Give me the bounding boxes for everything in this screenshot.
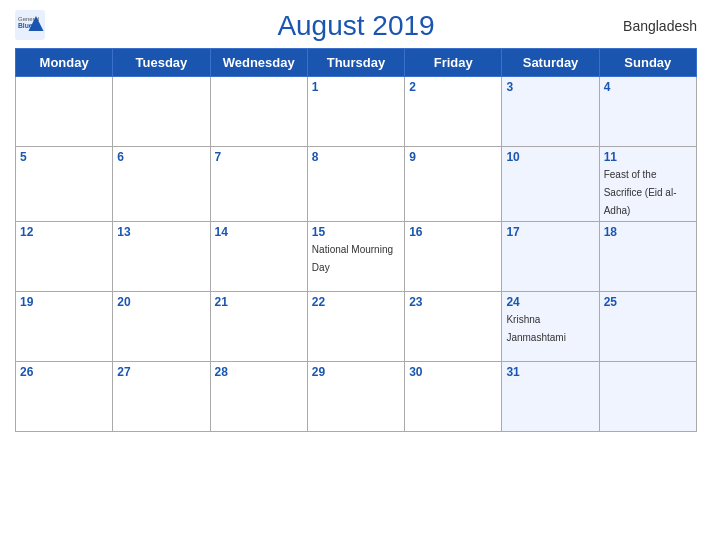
day-number: 1 — [312, 80, 400, 94]
table-row: 22 — [307, 292, 404, 362]
day-number: 18 — [604, 225, 692, 239]
header-tuesday: Tuesday — [113, 49, 210, 77]
table-row: 12 — [16, 222, 113, 292]
table-row: 29 — [307, 362, 404, 432]
calendar-week-row: 1234 — [16, 77, 697, 147]
day-number: 19 — [20, 295, 108, 309]
table-row: 1 — [307, 77, 404, 147]
event-label: Krishna Janmashtami — [506, 314, 565, 343]
day-number: 12 — [20, 225, 108, 239]
day-number: 2 — [409, 80, 497, 94]
header-thursday: Thursday — [307, 49, 404, 77]
day-number: 13 — [117, 225, 205, 239]
table-row: 2 — [405, 77, 502, 147]
day-number: 21 — [215, 295, 303, 309]
calendar-week-row: 192021222324Krishna Janmashtami25 — [16, 292, 697, 362]
table-row: 17 — [502, 222, 599, 292]
country-label: Bangladesh — [623, 18, 697, 34]
day-number: 14 — [215, 225, 303, 239]
table-row: 21 — [210, 292, 307, 362]
header-monday: Monday — [16, 49, 113, 77]
table-row: 27 — [113, 362, 210, 432]
event-label: National Mourning Day — [312, 244, 393, 273]
table-row: 23 — [405, 292, 502, 362]
day-number: 22 — [312, 295, 400, 309]
table-row: 10 — [502, 147, 599, 222]
day-number: 15 — [312, 225, 400, 239]
weekday-header-row: Monday Tuesday Wednesday Thursday Friday… — [16, 49, 697, 77]
table-row: 9 — [405, 147, 502, 222]
table-row: 8 — [307, 147, 404, 222]
calendar-header: General Blue August 2019 Bangladesh — [15, 10, 697, 42]
table-row: 6 — [113, 147, 210, 222]
table-row: 26 — [16, 362, 113, 432]
table-row: 18 — [599, 222, 696, 292]
table-row — [16, 77, 113, 147]
table-row: 20 — [113, 292, 210, 362]
day-number: 6 — [117, 150, 205, 164]
calendar-table: Monday Tuesday Wednesday Thursday Friday… — [15, 48, 697, 432]
day-number: 16 — [409, 225, 497, 239]
calendar-wrapper: General Blue August 2019 Bangladesh Mond… — [0, 0, 712, 550]
day-number: 11 — [604, 150, 692, 164]
event-label: Feast of the Sacrifice (Eid al-Adha) — [604, 169, 677, 216]
table-row: 13 — [113, 222, 210, 292]
day-number: 24 — [506, 295, 594, 309]
table-row: 31 — [502, 362, 599, 432]
day-number: 17 — [506, 225, 594, 239]
day-number: 3 — [506, 80, 594, 94]
table-row — [113, 77, 210, 147]
day-number: 10 — [506, 150, 594, 164]
calendar-week-row: 262728293031 — [16, 362, 697, 432]
header-sunday: Sunday — [599, 49, 696, 77]
table-row: 24Krishna Janmashtami — [502, 292, 599, 362]
table-row: 4 — [599, 77, 696, 147]
table-row — [210, 77, 307, 147]
table-row: 30 — [405, 362, 502, 432]
logo: General Blue — [15, 10, 45, 40]
table-row: 28 — [210, 362, 307, 432]
table-row: 14 — [210, 222, 307, 292]
table-row: 19 — [16, 292, 113, 362]
day-number: 28 — [215, 365, 303, 379]
day-number: 4 — [604, 80, 692, 94]
day-number: 31 — [506, 365, 594, 379]
day-number: 7 — [215, 150, 303, 164]
table-row: 7 — [210, 147, 307, 222]
day-number: 9 — [409, 150, 497, 164]
day-number: 8 — [312, 150, 400, 164]
table-row: 3 — [502, 77, 599, 147]
table-row: 16 — [405, 222, 502, 292]
calendar-week-row: 567891011Feast of the Sacrifice (Eid al-… — [16, 147, 697, 222]
day-number: 5 — [20, 150, 108, 164]
day-number: 26 — [20, 365, 108, 379]
calendar-title: August 2019 — [277, 10, 434, 42]
header-wednesday: Wednesday — [210, 49, 307, 77]
table-row: 5 — [16, 147, 113, 222]
table-row: 25 — [599, 292, 696, 362]
day-number: 30 — [409, 365, 497, 379]
calendar-week-row: 12131415National Mourning Day161718 — [16, 222, 697, 292]
day-number: 20 — [117, 295, 205, 309]
table-row — [599, 362, 696, 432]
day-number: 23 — [409, 295, 497, 309]
day-number: 25 — [604, 295, 692, 309]
day-number: 27 — [117, 365, 205, 379]
table-row: 15National Mourning Day — [307, 222, 404, 292]
header-friday: Friday — [405, 49, 502, 77]
table-row: 11Feast of the Sacrifice (Eid al-Adha) — [599, 147, 696, 222]
day-number: 29 — [312, 365, 400, 379]
logo-icon: General Blue — [15, 10, 45, 40]
header-saturday: Saturday — [502, 49, 599, 77]
